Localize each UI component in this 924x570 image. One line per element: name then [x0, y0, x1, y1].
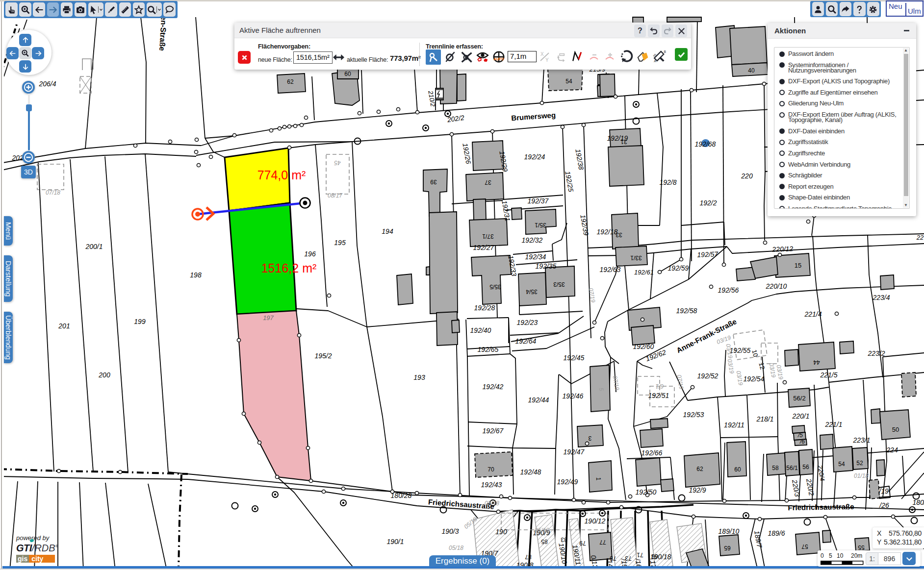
svg-text:37: 37 [485, 179, 491, 186]
svg-text:223/1: 223/1 [852, 436, 870, 444]
svg-text:31: 31 [620, 138, 627, 145]
svg-text:192/52: 192/52 [697, 372, 719, 380]
svg-text:05/18: 05/18 [449, 545, 463, 551]
svg-text:54: 54 [838, 461, 845, 468]
svg-text:62: 62 [696, 466, 703, 472]
svg-text:192/46: 192/46 [563, 392, 584, 400]
svg-text:192/32: 192/32 [522, 236, 543, 244]
svg-text:220/1: 220/1 [792, 412, 809, 420]
svg-text:220/12: 220/12 [771, 245, 794, 253]
svg-text:192/63: 192/63 [600, 266, 621, 273]
svg-text:05/18: 05/18 [485, 500, 499, 507]
svg-text:192/57: 192/57 [697, 250, 719, 259]
svg-text:189/10: 189/10 [719, 527, 740, 535]
svg-text:192/18: 192/18 [597, 228, 618, 236]
svg-text:223/2: 223/2 [867, 349, 885, 357]
svg-text:192/45: 192/45 [564, 354, 585, 362]
svg-text:192/43: 192/43 [481, 481, 502, 489]
svg-text:774,0 m²: 774,0 m² [257, 168, 306, 182]
svg-text:52: 52 [856, 460, 863, 467]
svg-text:193: 193 [413, 373, 425, 381]
svg-text:01/18: 01/18 [854, 472, 869, 479]
svg-text:220/10: 220/10 [766, 282, 787, 290]
svg-text:AUTO: AUTO [493, 57, 504, 61]
svg-text:44: 44 [813, 359, 820, 366]
svg-text:192/47: 192/47 [564, 448, 585, 456]
svg-text:192/27: 192/27 [473, 244, 495, 251]
svg-text:65: 65 [724, 545, 731, 551]
svg-text:33: 33 [616, 231, 622, 238]
svg-text:192/44: 192/44 [528, 396, 549, 404]
svg-text:56/1: 56/1 [786, 465, 798, 471]
svg-text:37/1: 37/1 [482, 233, 494, 240]
svg-text:218/1: 218/1 [756, 415, 773, 423]
svg-text:54: 54 [565, 78, 572, 85]
svg-text:180/: 180/ [912, 498, 924, 506]
svg-text:190: 190 [495, 528, 507, 536]
svg-text:192/28: 192/28 [474, 304, 495, 312]
svg-text:/6: /6 [799, 438, 805, 445]
svg-text:198: 198 [190, 271, 202, 279]
svg-text:/19: /19 [878, 487, 889, 495]
svg-text:195/2: 195/2 [314, 352, 332, 360]
svg-text:58: 58 [772, 465, 779, 471]
svg-text:75: 75 [610, 555, 616, 562]
svg-text:206/4: 206/4 [38, 80, 56, 88]
svg-text:192/65: 192/65 [478, 346, 499, 353]
svg-text:77: 77 [599, 539, 606, 545]
svg-text:192/48: 192/48 [520, 468, 541, 476]
svg-text:85: 85 [541, 538, 548, 545]
svg-text:221/4: 221/4 [804, 310, 821, 318]
svg-text:Y: Y [545, 57, 549, 63]
svg-text:33/1: 33/1 [630, 254, 642, 261]
svg-text:192/8: 192/8 [659, 178, 676, 186]
svg-text:192/56: 192/56 [718, 286, 739, 294]
svg-text:180/28: 180/28 [391, 492, 412, 499]
svg-text:200: 200 [98, 371, 110, 379]
svg-text:79: 79 [579, 540, 586, 546]
svg-text:73: 73 [625, 555, 632, 562]
svg-text:69: 69 [651, 553, 658, 560]
svg-text:192/23: 192/23 [517, 319, 538, 326]
svg-text:70: 70 [488, 466, 494, 473]
svg-text:m: m [653, 52, 658, 58]
svg-text:60: 60 [344, 71, 351, 77]
svg-text:190/1: 190/1 [386, 538, 404, 545]
svg-text:192/11: 192/11 [724, 421, 744, 429]
svg-text:1516,2 m²: 1516,2 m² [261, 261, 317, 275]
svg-text:22: 22 [916, 234, 924, 241]
svg-text:192/34: 192/34 [525, 253, 546, 261]
svg-text:192/66: 192/66 [642, 449, 663, 457]
svg-text:199: 199 [134, 318, 146, 325]
svg-text:3: 3 [588, 435, 591, 442]
svg-text:1: 1 [595, 477, 602, 481]
svg-text:57: 57 [801, 543, 808, 550]
svg-text:189/6: 189/6 [768, 529, 785, 537]
svg-text:192/61: 192/61 [634, 269, 654, 276]
svg-text:190/12: 190/12 [585, 517, 606, 525]
svg-text:A: A [654, 59, 656, 63]
svg-text:56: 56 [802, 464, 809, 471]
svg-text:192/58: 192/58 [676, 307, 697, 315]
svg-text:197: 197 [263, 314, 274, 322]
svg-text:B: B [664, 50, 667, 53]
svg-text:192/59: 192/59 [668, 264, 689, 272]
svg-text:56/2: 56/2 [793, 395, 805, 402]
svg-text:07/18: 07/18 [46, 189, 60, 196]
svg-text:192/9: 192/9 [689, 486, 706, 494]
svg-text:6/1: 6/1 [656, 383, 664, 390]
svg-text:192/24: 192/24 [524, 153, 545, 161]
svg-text:192/2: 192/2 [699, 199, 717, 207]
svg-text:192/35: 192/35 [536, 262, 557, 270]
svg-text:224: 224 [886, 446, 898, 454]
svg-text:223/4: 223/4 [872, 294, 890, 301]
svg-text:192/67: 192/67 [483, 427, 504, 435]
svg-text:221/5: 221/5 [820, 371, 837, 379]
svg-text:196: 196 [304, 250, 316, 258]
svg-text:60: 60 [734, 466, 741, 473]
svg-text:40: 40 [748, 67, 755, 74]
svg-text:35/5: 35/5 [489, 283, 501, 290]
svg-text:/26: /26 [879, 501, 889, 509]
svg-text:192/60: 192/60 [633, 343, 654, 350]
svg-text:62: 62 [287, 78, 294, 85]
